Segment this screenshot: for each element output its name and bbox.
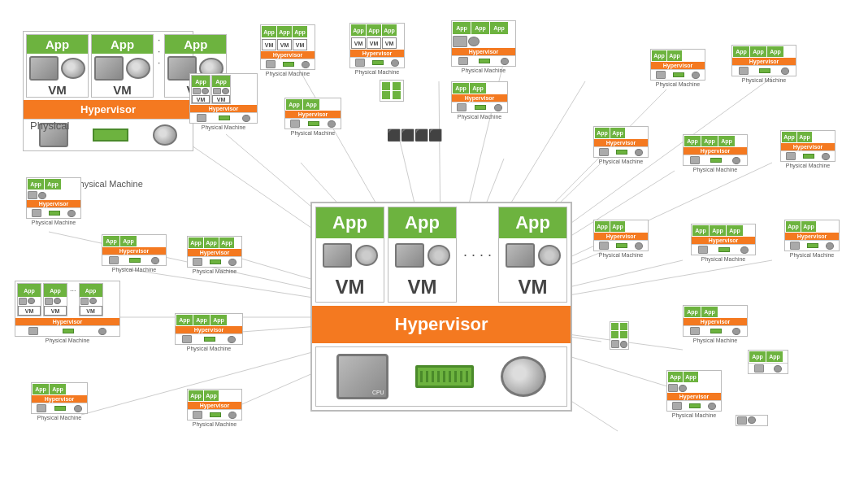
s26-hdd bbox=[774, 365, 782, 373]
s15-app3: App bbox=[210, 315, 227, 325]
s4-hw bbox=[651, 69, 705, 80]
s26-app1: App bbox=[749, 351, 766, 362]
s21-app2: App bbox=[710, 225, 726, 236]
pm-small-9: App App Hypervisor bbox=[31, 382, 88, 414]
s21-hw bbox=[692, 244, 755, 255]
s21-cpu bbox=[698, 246, 708, 254]
s7-hyp: Hypervisor bbox=[102, 247, 166, 255]
s14-app1: App bbox=[189, 237, 203, 248]
s11-hyp: Hypervisor bbox=[285, 111, 341, 118]
s10-app1: App bbox=[192, 76, 210, 87]
s11-label: Physical Machine bbox=[291, 130, 335, 136]
pm-small-13: App App Hypervisor bbox=[451, 81, 508, 113]
s14-hw bbox=[188, 256, 241, 267]
s18-hdd bbox=[732, 157, 740, 164]
pm-wrap-8: App VM App VM ··· App bbox=[15, 281, 120, 343]
s4-hdd bbox=[692, 72, 700, 79]
s8-hw-cpu bbox=[28, 327, 38, 335]
s12-sq1 bbox=[382, 82, 390, 90]
s13-app1: App bbox=[453, 83, 469, 94]
s18-app3: App bbox=[718, 136, 735, 146]
s1-ram bbox=[283, 62, 294, 67]
left-hw-ram bbox=[93, 129, 128, 142]
s8-label: Physical Machine bbox=[46, 338, 89, 343]
s23-sq4 bbox=[620, 331, 627, 338]
left-vm-1: VM bbox=[27, 83, 88, 97]
s11-app1: App bbox=[286, 99, 302, 110]
pm-small-24: App App Hypervisor bbox=[683, 305, 748, 337]
s1-app1: App bbox=[262, 26, 276, 37]
s17-app2: App bbox=[610, 128, 625, 138]
s1-vm1: VM bbox=[262, 39, 276, 50]
left-cpu-1 bbox=[29, 56, 59, 81]
vm-hdd-icon-3 bbox=[538, 245, 561, 266]
s5-ram bbox=[759, 68, 770, 73]
s11-hdd bbox=[328, 120, 336, 128]
s8-dots: ··· bbox=[69, 283, 77, 316]
s2-label: Physical Machine bbox=[355, 69, 399, 75]
s13-hyp: Hypervisor bbox=[452, 94, 507, 102]
pm-wrap-1: App App App VM VM VM Hypervisor Physical… bbox=[260, 24, 315, 76]
s8-hdd2 bbox=[54, 298, 61, 304]
pm-small-22: App App Hypervisor bbox=[784, 220, 840, 251]
s3-cpu bbox=[453, 36, 467, 47]
left-hdd-2 bbox=[126, 58, 150, 79]
pm-small-8: App VM App VM ··· App bbox=[15, 281, 120, 337]
s9-app1: App bbox=[33, 384, 49, 394]
s12-sq4 bbox=[393, 91, 401, 99]
s20-cpu bbox=[599, 242, 609, 250]
s24-cpu bbox=[690, 327, 700, 335]
pm-wrap-24: App App Hypervisor Physical Machine bbox=[683, 305, 748, 343]
s22-hyp: Hypervisor bbox=[785, 233, 839, 240]
s17-ram bbox=[616, 150, 627, 155]
central-physical-machine: App VM App VM · · · · App VM bbox=[310, 202, 572, 412]
s8-cpu3 bbox=[80, 298, 89, 305]
s22-cpu bbox=[790, 242, 800, 250]
s14-app3: App bbox=[219, 237, 234, 248]
vm-hdd-icon bbox=[355, 245, 378, 266]
s3-hw-cpu bbox=[458, 57, 468, 65]
s9-cpu bbox=[37, 404, 46, 412]
s18-app1: App bbox=[684, 136, 701, 146]
pm-wrap-4: App App Hypervisor Physical Machine bbox=[650, 49, 705, 87]
s10-cpu1 bbox=[193, 88, 201, 94]
s10-hw-hdd bbox=[242, 115, 250, 122]
left-app-2: App bbox=[92, 35, 153, 54]
s5-hdd bbox=[781, 68, 789, 75]
s11-cpu bbox=[290, 120, 300, 128]
pm-small-11: App App Hypervisor bbox=[284, 98, 341, 129]
s9-hdd bbox=[74, 405, 82, 412]
s13-app2: App bbox=[470, 83, 486, 94]
s7-label: Physical Machine bbox=[112, 267, 156, 272]
s1-hyp: Hypervisor bbox=[261, 51, 315, 59]
s2-ram bbox=[372, 60, 384, 65]
left-app-3: App bbox=[165, 35, 226, 54]
left-vm-col-1: App VM bbox=[26, 34, 89, 98]
s10-hdd1 bbox=[202, 88, 209, 94]
s2-app2: App bbox=[367, 24, 381, 36]
s10-hw-cpu bbox=[197, 114, 206, 122]
s3-label: Physical Machine bbox=[462, 68, 506, 73]
pm-wrap-5: App App App Hypervisor Physical Machine bbox=[731, 45, 796, 83]
s10-vm1: VM bbox=[192, 95, 210, 103]
s18-cpu bbox=[690, 156, 700, 164]
pm-wrap-10: App VM App VM Hypervisor Physi bbox=[189, 73, 258, 130]
pm-wrap-16: App App Hypervisor Physical Machine bbox=[187, 389, 242, 427]
s16-app2: App bbox=[204, 390, 219, 401]
left-hypervisor-bar: Hypervisor bbox=[24, 100, 193, 119]
s21-ram bbox=[718, 247, 730, 252]
s8-hw-hdd bbox=[98, 328, 106, 335]
s10-hw bbox=[190, 112, 257, 123]
s8-cpu2 bbox=[45, 298, 53, 305]
s16-hyp: Hypervisor bbox=[188, 402, 241, 409]
s8-app1: App bbox=[18, 284, 41, 297]
s4-ram bbox=[673, 72, 684, 77]
pm-small-18: App App App Hypervisor bbox=[683, 134, 748, 166]
pm-wrap-22: App App Hypervisor Physical Machine bbox=[784, 220, 840, 258]
pm-wrap-13: App App Hypervisor Physical Machine bbox=[451, 81, 508, 120]
s3-app3: App bbox=[490, 22, 508, 34]
s3-hyp: Hypervisor bbox=[452, 48, 515, 55]
s2-app3: App bbox=[382, 24, 397, 36]
s5-hyp: Hypervisor bbox=[732, 58, 796, 65]
s15-app1: App bbox=[176, 315, 193, 325]
